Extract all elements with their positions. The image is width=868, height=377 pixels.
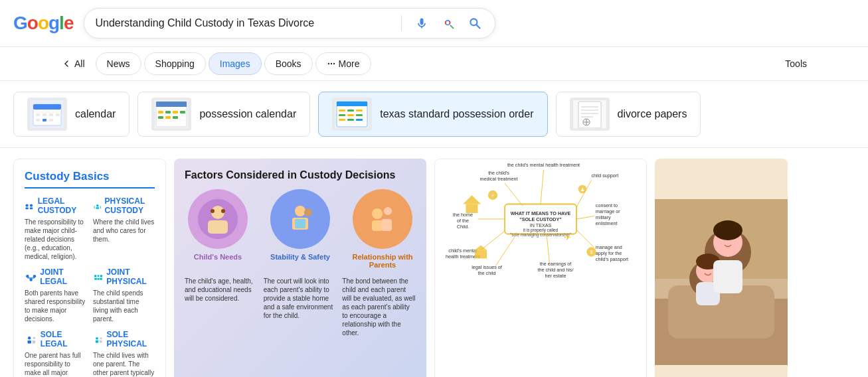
svg-rect-31 <box>180 111 185 113</box>
svg-point-67 <box>94 275 97 277</box>
nav-chip-more[interactable]: More <box>315 52 371 75</box>
svg-rect-42 <box>339 114 345 116</box>
svg-rect-41 <box>356 110 363 112</box>
suggestion-possession-label: possession calendar <box>199 108 296 120</box>
svg-rect-70 <box>94 278 97 280</box>
svg-rect-49 <box>578 102 601 128</box>
svg-rect-26 <box>165 111 171 113</box>
svg-rect-29 <box>165 116 171 119</box>
svg-rect-156 <box>713 260 742 293</box>
svg-text:enlistment: enlistment <box>596 220 618 226</box>
custody-basics-title: Custody Basics <box>25 170 155 188</box>
svg-text:♟: ♟ <box>580 187 584 192</box>
suggestion-thumb-calendar <box>27 98 67 131</box>
svg-rect-74 <box>28 340 31 344</box>
nav-back-button[interactable]: All <box>53 53 93 74</box>
svg-text:"SOLE CUSTODY": "SOLE CUSTODY" <box>519 216 561 222</box>
factor-desc-1: The child's age, health, and educational… <box>185 277 258 337</box>
svg-rect-28 <box>158 116 163 119</box>
svg-text:medical treatment: medical treatment <box>479 176 517 182</box>
custody-item-joint-physical: JOINT PHYSICAL The child spends substant… <box>93 267 155 323</box>
nav-more-wrapper: More <box>315 52 371 75</box>
svg-point-75 <box>33 337 36 339</box>
svg-rect-21 <box>156 102 187 107</box>
svg-point-87 <box>295 206 305 216</box>
svg-text:child's passport: child's passport <box>596 256 628 262</box>
suggestion-texas-label: texas standard possession order <box>380 108 533 120</box>
suggestion-divorce-papers[interactable]: divorce papers <box>556 92 701 137</box>
microphone-button[interactable] <box>412 14 431 33</box>
svg-rect-45 <box>339 119 345 121</box>
svg-rect-30 <box>173 116 178 119</box>
physical-custody-title: PHYSICAL CUSTODY <box>105 196 155 215</box>
sole-legal-body: One parent has full responsibility to ma… <box>25 351 86 377</box>
factor-relationship: Relationship with Parents <box>349 189 416 269</box>
svg-rect-15 <box>56 113 60 116</box>
svg-point-66 <box>29 278 32 281</box>
svg-rect-17 <box>43 119 46 121</box>
svg-point-88 <box>304 208 312 216</box>
svg-text:manage and: manage and <box>596 244 622 250</box>
nav-chip-books[interactable]: Books <box>264 52 313 75</box>
svg-rect-27 <box>173 111 178 113</box>
svg-rect-90 <box>295 219 305 228</box>
factors-card[interactable]: Factors Considered in Custody Decisions … <box>174 159 426 377</box>
svg-text:legal issues of: legal issues of <box>472 264 502 270</box>
svg-rect-94 <box>372 220 383 231</box>
microphone-icon <box>415 17 428 30</box>
suggestion-thumb-divorce <box>570 98 610 131</box>
svg-rect-72 <box>98 278 100 280</box>
svg-point-85 <box>221 209 225 213</box>
factor-desc-3: The bond between the child and each pare… <box>342 277 416 337</box>
photo-card[interactable] <box>655 159 788 377</box>
factor-childs-needs: Child's Needs <box>185 189 251 269</box>
svg-point-92 <box>372 208 383 219</box>
factor-relationship-label: Relationship with Parents <box>349 253 416 269</box>
search-button[interactable] <box>466 14 484 33</box>
svg-rect-43 <box>347 114 354 116</box>
search-bar[interactable] <box>84 8 495 38</box>
svg-point-77 <box>96 337 98 340</box>
svg-rect-40 <box>347 110 354 112</box>
svg-rect-80 <box>100 340 102 343</box>
svg-rect-83 <box>208 220 228 234</box>
nav-tools-button[interactable]: Tools <box>777 53 815 74</box>
legal-custody-title: LEGAL CUSTODY <box>38 196 86 215</box>
custody-basics-card[interactable]: Custody Basics LEGAL CUSTODY The respons… <box>13 159 166 377</box>
svg-text:$: $ <box>590 249 593 255</box>
svg-rect-78 <box>96 340 99 343</box>
suggestion-divorce-label: divorce papers <box>618 108 687 120</box>
nav-more-label: More <box>339 58 360 69</box>
svg-rect-46 <box>347 119 354 121</box>
svg-point-64 <box>33 275 36 277</box>
nav-chip-shopping[interactable]: Shopping <box>144 52 206 75</box>
nav-bar: All News Shopping Images Books More Tool… <box>0 47 868 81</box>
suggestion-thumb-texas <box>332 98 372 131</box>
nav-chip-images[interactable]: Images <box>209 52 262 75</box>
suggestion-thumb-possession <box>151 98 191 131</box>
suggestions-row: calendar possession calendar <box>0 81 868 148</box>
svg-text:apply for the: apply for the <box>596 250 622 256</box>
svg-rect-39 <box>339 110 345 112</box>
search-input[interactable] <box>95 17 398 29</box>
suggestion-possession-calendar[interactable]: possession calendar <box>137 92 310 137</box>
suggestion-texas-standard[interactable]: texas standard possession order <box>318 92 547 137</box>
svg-rect-14 <box>49 113 53 116</box>
lens-icon <box>442 17 455 30</box>
header: Google <box>0 0 868 47</box>
joint-physical-icon <box>93 273 104 282</box>
svg-text:the child's mental health trea: the child's mental health treatment <box>507 162 580 168</box>
suggestion-calendar-label: calendar <box>75 108 116 120</box>
svg-text:her estate: her estate <box>545 273 566 279</box>
search-icons <box>398 14 484 33</box>
svg-text:marriage or: marriage or <box>596 208 620 214</box>
sole-custody-card[interactable]: WHAT IT MEANS TO HAVE "SOLE CUSTODY" IN … <box>434 159 647 377</box>
suggestion-calendar[interactable]: calendar <box>13 92 130 137</box>
svg-rect-13 <box>43 113 46 116</box>
custody-item-physical: PHYSICAL CUSTODY Where the child lives a… <box>93 196 155 261</box>
svg-rect-142 <box>475 250 487 259</box>
nav-chip-news[interactable]: News <box>96 52 141 75</box>
custody-item-sole-physical: SOLE PHYSICAL The child lives with one p… <box>93 330 155 377</box>
sole-legal-title: SOLE LEGAL <box>41 330 86 348</box>
lens-button[interactable] <box>439 14 458 33</box>
